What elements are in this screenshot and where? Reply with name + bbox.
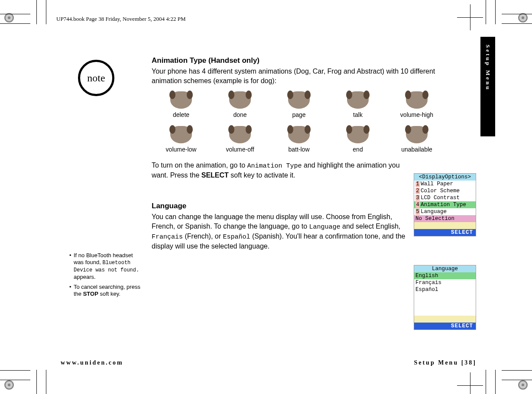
- lcd-menu-item: 4Animation Type: [414, 201, 476, 208]
- animation-label: batt-low: [269, 146, 328, 153]
- lcd-item-text: Animation Type: [421, 202, 466, 208]
- animation-grid: deletedonepagetalkvolume-highvolume-lowv…: [152, 91, 446, 153]
- page-footer: www.uniden.com Setup Menu [38]: [61, 359, 477, 366]
- dog-icon: [406, 91, 428, 109]
- crop-line: [495, 370, 496, 394]
- crop-line: [502, 380, 532, 380]
- lcd-menu-item: Español: [414, 286, 476, 293]
- margin-notes: If no BlueTooth headset was found, Bluet…: [69, 252, 143, 297]
- note-item: To cancel searching, press the STOP soft…: [69, 284, 143, 298]
- animation-cell: done: [211, 91, 269, 118]
- animation-cell: page: [269, 91, 328, 118]
- animation-label: unabailable: [387, 146, 446, 153]
- note-text: soft key.: [98, 291, 120, 297]
- crop-line: [502, 14, 532, 14]
- dog-icon: [406, 126, 428, 143]
- dog-icon: [170, 126, 192, 143]
- animation-cell: batt-low: [269, 126, 328, 153]
- crop-line: [36, 0, 37, 24]
- crop-line: [0, 23, 30, 24]
- animation-label: volume-low: [152, 146, 211, 153]
- lcd-softkey: SELECT: [414, 323, 476, 329]
- registration-cross-icon: [461, 377, 479, 394]
- side-tab: Setup Menu: [480, 37, 495, 136]
- dog-icon: [170, 91, 192, 109]
- lcd-menu-item: 5Language: [414, 208, 476, 215]
- animation-label: talk: [328, 111, 387, 118]
- lcd-menu-item: 1Wall Paper: [414, 181, 476, 187]
- lcd-item-number: 4: [415, 202, 420, 208]
- lcd-item-number: 2: [415, 188, 420, 194]
- animation-cell: delete: [152, 91, 211, 118]
- crop-line: [36, 370, 37, 394]
- lcd-text: Language: [309, 223, 341, 231]
- lcd-menu-item: 2Color Scheme: [414, 187, 476, 194]
- lcd-item-text: Wall Paper: [421, 181, 453, 187]
- crop-line: [495, 0, 496, 24]
- softkey-ref: STOP: [83, 291, 98, 297]
- crop-mark-icon: [4, 13, 14, 23]
- lcd-menu-item: 3LCD Contrast: [414, 194, 476, 201]
- softkey-ref: SELECT: [201, 171, 229, 179]
- lcd-item-text: LCD Contrast: [421, 195, 460, 201]
- lcd-item-number: 3: [415, 195, 420, 201]
- lcd-screenshot-display-options: <DisplayOptions> 1Wall Paper2Color Schem…: [414, 173, 476, 236]
- crop-line: [0, 380, 30, 380]
- lcd-title: <DisplayOptions>: [414, 174, 476, 181]
- lcd-item-text: Color Scheme: [421, 188, 460, 194]
- crop-line: [0, 370, 30, 371]
- animation-label: volume-high: [387, 111, 446, 118]
- animation-label: done: [211, 111, 269, 118]
- page-header: UP744.book Page 38 Friday, November 5, 2…: [56, 16, 186, 23]
- dog-icon: [347, 126, 369, 143]
- lcd-menu-item: English: [414, 272, 476, 279]
- text: To turn on the animation, go to: [152, 161, 247, 169]
- crop-mark-icon: [518, 380, 528, 390]
- body-text: Your phone has 4 different system animat…: [152, 67, 464, 85]
- note-text: appears.: [74, 274, 96, 280]
- lcd-softkey: SELECT: [414, 229, 476, 236]
- animation-label: delete: [152, 111, 211, 118]
- lcd-text: Español: [223, 233, 250, 241]
- crop-line: [0, 14, 30, 14]
- crop-line: [486, 370, 486, 394]
- text: soft key to activate it.: [229, 171, 295, 179]
- lcd-screenshot-language: Language EnglishFrançaisEspañol SELECT: [414, 265, 476, 330]
- dog-icon: [288, 91, 310, 109]
- animation-cell: volume-high: [387, 91, 446, 118]
- lcd-spacer: [414, 316, 476, 323]
- animation-label: volume-off: [211, 146, 269, 153]
- registration-cross-icon: [461, 9, 479, 26]
- text: (French), or: [183, 233, 223, 240]
- animation-label: end: [328, 146, 387, 153]
- lcd-item-number: 1: [415, 181, 420, 187]
- lcd-status: No Selection: [414, 215, 476, 222]
- crop-line: [46, 370, 46, 394]
- lcd-spacer: [414, 293, 476, 316]
- lcd-text: Français: [152, 233, 183, 241]
- note-badge: note: [78, 60, 114, 96]
- animation-label: page: [269, 111, 328, 118]
- lcd-item-text: Language: [421, 209, 447, 215]
- crop-line: [502, 23, 532, 24]
- dog-icon: [229, 91, 251, 109]
- crop-line: [486, 0, 486, 24]
- footer-page: Setup Menu [38]: [414, 359, 477, 366]
- note-item: If no BlueTooth headset was found, Bluet…: [69, 252, 143, 281]
- dog-icon: [347, 91, 369, 109]
- crop-mark-icon: [4, 380, 14, 390]
- animation-cell: volume-low: [152, 126, 211, 153]
- body-text: To turn on the animation, go to Animatio…: [152, 161, 407, 180]
- lcd-spacer: [414, 222, 476, 229]
- animation-cell: unabailable: [387, 126, 446, 153]
- dog-icon: [229, 126, 251, 143]
- animation-cell: volume-off: [211, 126, 269, 153]
- body-text: You can change the language the menu dis…: [152, 212, 407, 251]
- animation-cell: end: [328, 126, 387, 153]
- animation-cell: talk: [328, 91, 387, 118]
- crop-mark-icon: [518, 13, 528, 23]
- dog-icon: [288, 126, 310, 143]
- crop-line: [46, 0, 46, 24]
- lcd-text: Animation Type: [247, 162, 302, 170]
- text: and select English,: [341, 223, 401, 230]
